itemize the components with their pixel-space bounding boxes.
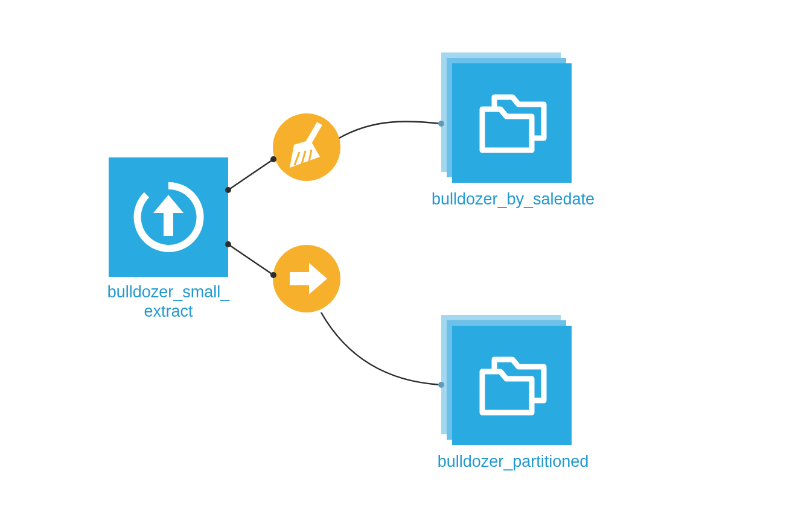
clean-operation-node[interactable] (273, 113, 340, 181)
arrow-right-icon (273, 245, 340, 312)
folders-icon (452, 63, 572, 183)
output-partitioned-label: bulldozer_partitioned (423, 452, 604, 471)
edge-endpoint-dot (438, 121, 444, 127)
edge-dot (225, 187, 231, 193)
output-saledate-label: bulldozer_by_saledate (423, 189, 604, 209)
edge-dot (270, 156, 276, 162)
edge-dot (270, 272, 276, 278)
edge-endpoint-dot (438, 382, 444, 388)
folders-icon (452, 326, 572, 445)
source-node[interactable] (109, 157, 228, 277)
output-node-saledate[interactable] (441, 52, 572, 183)
upload-icon (109, 157, 228, 277)
output-node-partitioned[interactable] (441, 315, 572, 445)
diagram-canvas: bulldozer_small_ extract (0, 0, 804, 532)
edge-dot (225, 241, 231, 247)
transform-operation-node[interactable] (273, 245, 340, 312)
source-node-label: bulldozer_small_ extract (94, 282, 243, 321)
broom-icon (273, 113, 340, 181)
